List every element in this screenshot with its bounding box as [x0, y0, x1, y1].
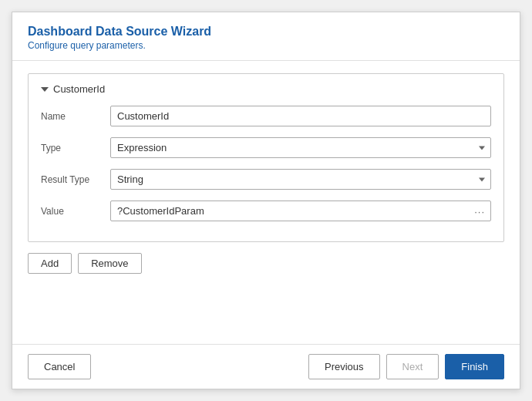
param-section-title: CustomerId	[53, 83, 105, 95]
ellipsis-icon[interactable]: ···	[474, 205, 485, 217]
add-button[interactable]: Add	[28, 253, 72, 274]
result-type-field-row: Result Type String Integer Boolean DateT…	[41, 169, 491, 190]
value-label: Value	[41, 206, 110, 217]
value-field-row: Value ···	[41, 200, 491, 221]
chevron-down-icon[interactable]	[41, 87, 49, 92]
param-box: CustomerId Name Type Expression Static D…	[28, 73, 504, 242]
value-input-wrapper: ···	[110, 200, 491, 221]
param-section-header: CustomerId	[41, 83, 491, 95]
type-select-wrapper: Expression Static Dynamic	[110, 137, 491, 158]
dialog-subtitle: Configure query parameters.	[28, 40, 504, 51]
value-input[interactable]	[110, 200, 491, 221]
cancel-button[interactable]: Cancel	[28, 354, 91, 379]
dialog-footer: Cancel Previous Next Finish	[12, 344, 520, 389]
add-remove-row: Add Remove	[28, 253, 504, 274]
remove-button[interactable]: Remove	[78, 253, 141, 274]
result-type-select-wrapper: String Integer Boolean DateTime	[110, 169, 491, 190]
next-button[interactable]: Next	[386, 354, 439, 379]
dialog-title: Dashboard Data Source Wizard	[28, 25, 504, 39]
footer-left: Cancel	[28, 354, 91, 379]
type-select[interactable]: Expression Static Dynamic	[110, 137, 491, 158]
footer-right: Previous Next Finish	[308, 354, 504, 379]
wizard-dialog: Dashboard Data Source Wizard Configure q…	[12, 12, 520, 389]
name-field-row: Name	[41, 106, 491, 126]
type-field-row: Type Expression Static Dynamic	[41, 137, 491, 158]
result-type-select[interactable]: String Integer Boolean DateTime	[110, 169, 491, 190]
name-label: Name	[41, 111, 110, 122]
finish-button[interactable]: Finish	[445, 354, 504, 379]
dialog-header: Dashboard Data Source Wizard Configure q…	[12, 12, 520, 61]
type-label: Type	[41, 143, 110, 153]
name-input[interactable]	[110, 106, 491, 126]
previous-button[interactable]: Previous	[308, 354, 380, 379]
result-type-label: Result Type	[41, 174, 110, 185]
dialog-body: CustomerId Name Type Expression Static D…	[12, 61, 520, 344]
